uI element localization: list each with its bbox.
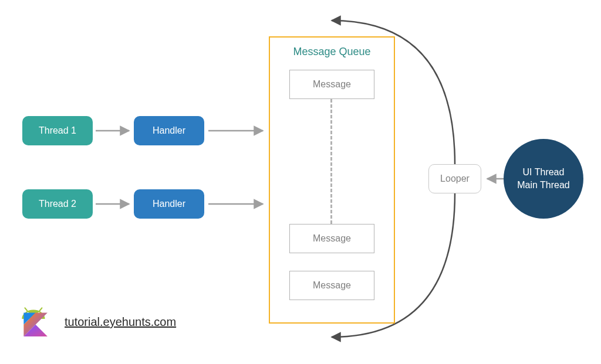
thread-2-box: Thread 2: [22, 189, 93, 219]
message-1-label: Message: [313, 79, 351, 90]
looper-box: Looper: [428, 164, 481, 193]
ui-thread-line1: UI Thread: [523, 166, 565, 179]
handler-1-label: Handler: [153, 125, 185, 136]
message-2-box: Message: [289, 224, 374, 253]
message-2-label: Message: [313, 233, 351, 244]
thread-1-label: Thread 1: [39, 125, 76, 136]
handler-1-box: Handler: [134, 116, 204, 145]
ui-thread-circle: UI Thread Main Thread: [504, 139, 583, 219]
message-dashed-connector: [330, 99, 332, 224]
handler-2-label: Handler: [153, 199, 185, 209]
message-1-box: Message: [289, 70, 374, 99]
ui-thread-line2: Main Thread: [517, 179, 570, 192]
svg-line-8: [39, 308, 42, 311]
looper-label: Looper: [440, 174, 470, 184]
footer-url: tutorial.eyehunts.com: [65, 315, 176, 329]
thread-2-label: Thread 2: [39, 199, 76, 209]
message-queue-box: Message Queue Message Message Message: [269, 36, 395, 324]
thread-1-box: Thread 1: [22, 116, 93, 145]
handler-2-box: Handler: [134, 189, 204, 219]
message-queue-title: Message Queue: [293, 46, 370, 58]
diagram-container: Thread 1 Handler Thread 2 Handler Messag…: [0, 0, 601, 364]
kotlin-android-logo: [16, 302, 53, 338]
svg-line-7: [25, 308, 27, 311]
message-3-box: Message: [289, 271, 374, 300]
message-3-label: Message: [313, 280, 351, 291]
